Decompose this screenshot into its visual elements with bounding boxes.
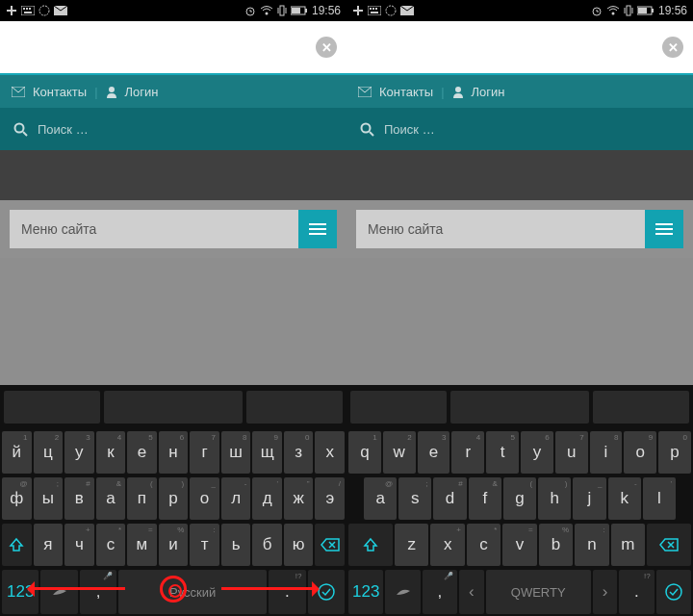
key-e[interactable]: e3 (418, 431, 450, 474)
key-е[interactable]: е5 (127, 431, 157, 474)
key-я[interactable]: я (34, 524, 64, 566)
suggestion-right[interactable] (593, 391, 689, 424)
key-u[interactable]: u7 (555, 431, 588, 474)
key-з[interactable]: з0 (284, 431, 314, 474)
comma-key[interactable]: ,🎤 (80, 570, 116, 614)
period-key[interactable]: .!? (269, 570, 305, 614)
key-в[interactable]: в# (64, 477, 94, 520)
key-r[interactable]: r4 (451, 431, 484, 474)
backspace-key[interactable] (647, 524, 691, 566)
nav-login[interactable]: Логин (125, 85, 159, 99)
key-л[interactable]: л- (221, 477, 251, 520)
shift-key[interactable] (2, 524, 32, 566)
key-п[interactable]: п( (127, 477, 157, 520)
key-j[interactable]: j_ (573, 477, 605, 520)
key-с[interactable]: с* (96, 524, 126, 566)
key-м[interactable]: м= (127, 524, 157, 566)
key-у[interactable]: у3 (64, 431, 94, 474)
key-a[interactable]: a@ (364, 477, 397, 520)
key-и[interactable]: и% (159, 524, 189, 566)
key-н[interactable]: н6 (159, 431, 189, 474)
key-x[interactable]: x+ (430, 524, 464, 566)
key-f[interactable]: f& (469, 477, 501, 520)
space-key[interactable]: QWERTY (486, 570, 591, 614)
key-д[interactable]: д' (252, 477, 282, 520)
hamburger-button[interactable] (298, 210, 337, 248)
key-ш[interactable]: ш8 (221, 431, 251, 474)
key-р[interactable]: р) (159, 477, 189, 520)
suggestion-center[interactable] (450, 391, 588, 424)
enter-key[interactable] (656, 570, 691, 614)
key-ф[interactable]: ф@ (2, 477, 32, 520)
key-ч[interactable]: ч+ (64, 524, 94, 566)
suggestion-left[interactable] (4, 391, 100, 424)
key-ю[interactable]: ю (284, 524, 314, 566)
menu-bar[interactable]: Меню сайта (356, 210, 683, 248)
key-ц[interactable]: ц2 (34, 431, 64, 474)
key-y[interactable]: y6 (521, 431, 553, 474)
search-placeholder: Поиск … (384, 122, 435, 137)
right-arrow-key[interactable]: › (593, 570, 617, 614)
key-c[interactable]: c* (467, 524, 500, 566)
backspace-key[interactable] (315, 524, 345, 566)
key-z[interactable]: z (395, 524, 428, 566)
close-icon[interactable]: ✕ (316, 37, 337, 58)
key-l[interactable]: l' (643, 477, 676, 520)
key-o[interactable]: o9 (624, 431, 656, 474)
key-х[interactable]: х (315, 431, 345, 474)
suggestion-right[interactable] (246, 391, 343, 424)
hamburger-button[interactable] (645, 210, 683, 248)
close-icon[interactable]: ✕ (662, 37, 683, 58)
key-g[interactable]: g( (503, 477, 536, 520)
key-k[interactable]: k- (608, 477, 641, 520)
space-key[interactable]: Русский (118, 570, 267, 614)
key-а[interactable]: а& (96, 477, 126, 520)
key-к[interactable]: к4 (96, 431, 126, 474)
left-arrow-key[interactable]: ‹ (459, 570, 483, 614)
browser-url-bar[interactable]: ✕ (0, 21, 346, 75)
key-щ[interactable]: щ9 (252, 431, 282, 474)
numeric-key[interactable]: 123 (348, 570, 383, 614)
key-b[interactable]: b% (539, 524, 573, 566)
enter-key[interactable] (308, 570, 345, 614)
key-n[interactable]: n: (575, 524, 608, 566)
numeric-key[interactable]: 123 (2, 570, 38, 614)
key-v[interactable]: v= (502, 524, 536, 566)
nav-contacts[interactable]: Контакты (33, 85, 87, 99)
key-m[interactable]: m (611, 524, 645, 566)
key-t[interactable]: t5 (486, 431, 519, 474)
key-ж[interactable]: ж" (284, 477, 314, 520)
search-bar[interactable]: Поиск … (0, 108, 346, 150)
search-bar[interactable]: Поиск … (346, 108, 693, 150)
content-area (0, 258, 346, 385)
nav-login[interactable]: Логин (472, 85, 505, 99)
key-о[interactable]: о_ (190, 477, 219, 520)
swift-key[interactable] (40, 570, 77, 614)
key-q[interactable]: q1 (348, 431, 381, 474)
key-т[interactable]: т: (190, 524, 219, 566)
period-key[interactable]: .!? (619, 570, 654, 614)
suggestion-left[interactable] (350, 391, 447, 424)
browser-url-bar[interactable]: ✕ (346, 21, 693, 75)
key-h[interactable]: h) (538, 477, 571, 520)
key-i[interactable]: i8 (590, 431, 623, 474)
key-d[interactable]: d# (433, 477, 466, 520)
comma-key[interactable]: ,🎤 (423, 570, 457, 614)
swift-key[interactable] (385, 570, 420, 614)
key-й[interactable]: й1 (2, 431, 32, 474)
key-p[interactable]: p0 (658, 431, 691, 474)
shift-key[interactable] (348, 524, 393, 566)
key-г[interactable]: г7 (190, 431, 219, 474)
nav-contacts[interactable]: Контакты (379, 85, 433, 99)
key-s[interactable]: s; (398, 477, 431, 520)
key-ы[interactable]: ы; (34, 477, 64, 520)
mail-icon (12, 87, 25, 97)
menu-bar[interactable]: Меню сайта (10, 210, 337, 248)
alarm-icon (244, 5, 256, 16)
key-w[interactable]: w2 (383, 431, 416, 474)
key-б[interactable]: б (252, 524, 282, 566)
key-ь[interactable]: ь (221, 524, 251, 566)
key-э[interactable]: э/ (315, 477, 345, 520)
svg-rect-23 (372, 8, 374, 10)
suggestion-center[interactable] (104, 391, 242, 424)
